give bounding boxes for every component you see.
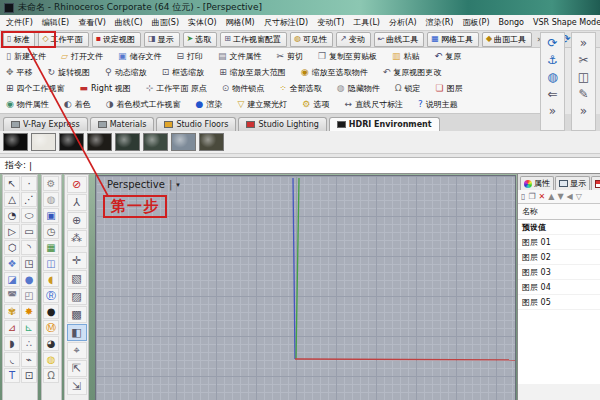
tool-button[interactable]: ✛	[67, 252, 87, 269]
tool-button[interactable]: ◍	[43, 192, 59, 207]
toolbar-button[interactable]: ⊞ 四个工作视窗	[6, 83, 65, 94]
toolbar-button[interactable]: ▬ Right 视图	[80, 83, 131, 94]
toolbar-button[interactable]: ↔ 直线尺寸标注	[344, 99, 403, 110]
tool-button[interactable]: ·	[21, 176, 37, 191]
toolbar-tab[interactable]: ◨ 显示	[144, 32, 180, 47]
toolbar-button[interactable]: Ω 锁定	[395, 83, 421, 94]
layer-row[interactable]: 图层 03	[518, 265, 600, 280]
side-toolbar-button[interactable]: ◫	[578, 71, 589, 83]
side-toolbar-button[interactable]: »	[549, 105, 556, 117]
toolbar-tab[interactable]: ◆ 曲面工具	[482, 32, 532, 47]
menu-item[interactable]: 文件(F)	[6, 17, 33, 28]
library-tab[interactable]: V-Ray Express	[3, 117, 88, 131]
library-tab[interactable]: Studio Lighting	[238, 117, 326, 131]
tool-button[interactable]: ⋰	[21, 192, 37, 207]
hdri-thumbnail[interactable]	[87, 133, 112, 151]
tool-button[interactable]: ⊾	[21, 320, 37, 335]
tool-button[interactable]: ◔	[4, 208, 20, 223]
toolbar-tab[interactable]: ↜ 曲线工具	[374, 32, 425, 47]
toolbar-button[interactable]: ❏ 图层	[436, 83, 463, 94]
toolbar-button[interactable]: ⁘ 全部选取	[279, 83, 322, 94]
side-toolbar-button[interactable]: ◍	[547, 71, 557, 83]
tool-button[interactable]: ⇲	[67, 378, 87, 395]
toolbar-button[interactable]: ? 说明主题	[418, 99, 458, 110]
tool-button[interactable]: ◳	[21, 256, 37, 271]
menu-item[interactable]: 变动(T)	[317, 17, 344, 28]
toolbar-button[interactable]: ❐ 复制至剪贴板	[318, 51, 377, 62]
side-toolbar-button[interactable]: »	[580, 37, 587, 49]
hdri-thumbnail[interactable]	[143, 133, 168, 151]
layers-toolbar-button[interactable]: ◀	[567, 192, 573, 201]
tool-button[interactable]: ❖	[4, 256, 20, 271]
layer-row[interactable]: 图层 05	[518, 295, 600, 310]
library-tab[interactable]: HDRI Environment	[329, 117, 440, 131]
tool-button[interactable]: ⚙	[43, 176, 59, 191]
library-tab[interactable]: Materials	[90, 117, 155, 131]
chevron-down-icon[interactable]: ▾	[176, 181, 180, 189]
tool-button[interactable]: ⇱	[67, 360, 87, 377]
toolbar-button[interactable]: ▤ 文件属性	[218, 51, 262, 62]
layers-toolbar-button[interactable]: ▲	[548, 192, 554, 201]
hdri-thumbnail[interactable]	[59, 133, 84, 151]
toolbar-tab[interactable]: ▯ 标准	[3, 32, 35, 47]
tool-button[interactable]: Ω	[43, 368, 59, 383]
toolbar-button[interactable]: ⊙ 物件锁点	[222, 83, 265, 94]
menu-item[interactable]: 实体(O)	[188, 17, 217, 28]
tool-button[interactable]: ◚	[4, 288, 20, 303]
toolbar-button[interactable]: ▯ 新建文件	[6, 51, 46, 62]
tool-button[interactable]: T	[4, 368, 20, 383]
layer-row[interactable]: 预设值	[518, 220, 600, 235]
tool-button[interactable]: ⌁	[21, 352, 37, 367]
menu-item[interactable]: 查看(V)	[78, 17, 106, 28]
toolbar-button[interactable]: ⊹ 工作平面 原点	[146, 83, 207, 94]
tool-button[interactable]: ◟	[4, 352, 20, 367]
tool-button[interactable]: ▨	[67, 288, 87, 305]
toolbar-button[interactable]: ● 渲染	[196, 99, 223, 110]
toolbar-button[interactable]: ▥ 粘贴	[392, 51, 420, 62]
tool-button[interactable]: ◫	[43, 256, 59, 271]
toolbar-button[interactable]: ↶ 复原视图更改	[383, 67, 442, 78]
toolbar-button[interactable]: ◉ 物件属性	[6, 99, 49, 110]
side-toolbar-button[interactable]: »	[580, 105, 587, 117]
tool-button[interactable]: ◷	[43, 224, 59, 239]
layers-toolbar-button[interactable]: ▽	[576, 192, 582, 201]
toolbar-button[interactable]: ◐ 着色	[64, 99, 91, 110]
tool-button[interactable]: ∴	[21, 336, 37, 351]
tool-button[interactable]: ▣	[43, 208, 59, 223]
menu-item[interactable]: 分析(A)	[389, 17, 417, 28]
menu-item[interactable]: 尺寸标注(D)	[264, 17, 308, 28]
menu-item[interactable]: 工具(L)	[353, 17, 380, 28]
tool-button[interactable]: ↖	[4, 176, 20, 191]
hdri-thumbnail[interactable]	[31, 133, 56, 151]
toolbar-button[interactable]: ⊟ 打印	[176, 51, 203, 62]
tool-button[interactable]: ⊿	[4, 320, 20, 335]
toolbar-tab[interactable]: ▦ 网格工具	[427, 32, 479, 47]
toolbar-button[interactable]: ↻ 旋转视图	[48, 67, 91, 78]
toolbar-button[interactable]: ⊞ 缩放至最大范围	[219, 67, 286, 78]
side-toolbar-button[interactable]: ✂	[578, 54, 588, 66]
menu-item[interactable]: 网格(M)	[226, 17, 255, 28]
tool-button[interactable]: ⊕	[67, 212, 87, 229]
menu-item[interactable]: VSR Shape Modeling	[533, 18, 600, 27]
toolbar-button[interactable]: ◍ 隐藏物件	[337, 83, 380, 94]
menu-item[interactable]: 编辑(E)	[42, 17, 69, 28]
menu-item[interactable]: 面板(P)	[463, 17, 490, 28]
toolbar-tab[interactable]: ▪ 设定视图	[92, 32, 141, 47]
tool-button[interactable]: ●	[43, 304, 59, 319]
tool-button[interactable]: ⊘	[67, 176, 87, 193]
layer-row[interactable]: 图层 02	[518, 250, 600, 265]
toolbar-tab[interactable]: ➤ 选取	[183, 32, 218, 47]
tool-button[interactable]: ▷	[4, 224, 20, 239]
toolbar-tab[interactable]: ◇ 工作平面	[38, 32, 88, 47]
tool-button[interactable]: ◰	[21, 288, 37, 303]
menu-item[interactable]: 曲面(S)	[152, 17, 179, 28]
tab-properties[interactable]: 属性	[520, 176, 554, 190]
tool-button[interactable]: ⬭	[21, 208, 37, 223]
toolbar-tab[interactable]: ↗ 变动	[336, 32, 371, 47]
tool-button[interactable]: ●	[21, 272, 37, 287]
menu-item[interactable]: 曲线(C)	[115, 17, 143, 28]
tool-button[interactable]: Ⓜ	[43, 320, 59, 335]
toolbar-button[interactable]: ✂ 剪切	[276, 51, 303, 62]
tool-button[interactable]: ◧	[67, 324, 87, 341]
tool-button[interactable]: ✾	[4, 304, 20, 319]
